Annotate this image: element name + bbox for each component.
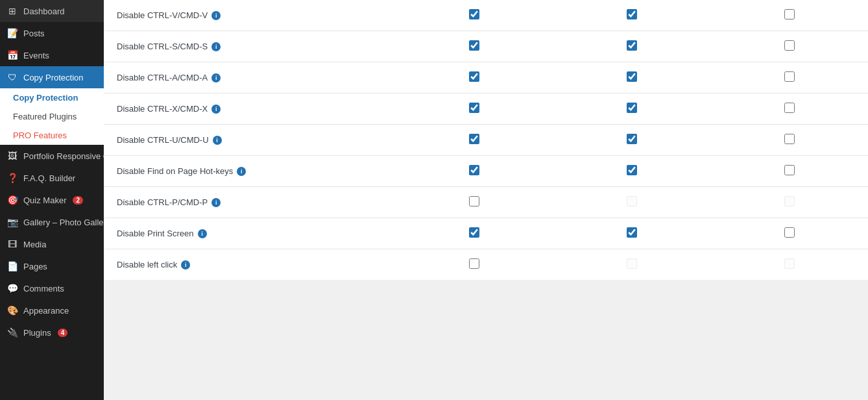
sidebar-item-label-comments: Comments: [23, 284, 64, 294]
col3-checkbox[interactable]: [784, 227, 795, 238]
info-icon[interactable]: i: [211, 198, 221, 207]
info-icon[interactable]: i: [198, 229, 207, 238]
info-icon[interactable]: i: [211, 42, 221, 51]
col2-cell: [553, 31, 710, 62]
col1-checkbox[interactable]: [469, 258, 479, 269]
col3-checkbox[interactable]: [784, 103, 795, 113]
col2-checkbox[interactable]: [627, 40, 637, 51]
col2-checkbox[interactable]: [627, 9, 637, 19]
setting-label: Disable CTRL-P/CMD-P: [117, 197, 208, 207]
pages-icon: 📄: [6, 260, 18, 272]
col1-cell: [395, 156, 553, 187]
row-label-cell: Disable CTRL-P/CMD-Pi: [104, 187, 395, 218]
posts-icon: 📝: [6, 27, 18, 39]
sidebar-item-dashboard[interactable]: ⊞Dashboard: [0, 0, 104, 22]
sidebar-item-appearance[interactable]: 🎨Appearance: [0, 299, 104, 321]
main-content: Disable CTRL-V/CMD-ViDisable CTRL-S/CMD-…: [104, 0, 868, 400]
setting-label: Disable CTRL-X/CMD-X: [117, 104, 208, 114]
sidebar-item-label-dashboard: Dashboard: [23, 6, 65, 16]
col3-checkbox[interactable]: [784, 9, 795, 19]
sidebar-item-faq[interactable]: ❓F.A.Q. Builder: [0, 167, 104, 189]
col2-cell: [553, 0, 710, 31]
table-row: Disable CTRL-X/CMD-Xi: [104, 94, 868, 125]
col3-checkbox[interactable]: [784, 40, 795, 51]
row-label: Disable Find on Page Hot-keysi: [117, 166, 382, 176]
sidebar-item-label-pages: Pages: [23, 262, 47, 271]
info-icon[interactable]: i: [237, 167, 246, 176]
col1-checkbox[interactable]: [469, 165, 479, 175]
badge-quiz: 2: [73, 196, 83, 205]
row-label-cell: Disable CTRL-S/CMD-Si: [104, 31, 395, 62]
col1-checkbox[interactable]: [469, 134, 479, 144]
media-icon: 🎞: [6, 238, 18, 250]
row-label-cell: Disable left clicki: [104, 249, 395, 281]
info-icon[interactable]: i: [211, 11, 221, 20]
row-label: Disable CTRL-S/CMD-Si: [117, 42, 382, 51]
col1-cell: [395, 62, 553, 94]
info-icon[interactable]: i: [213, 136, 222, 145]
col3-cell: [710, 0, 868, 31]
col3-checkbox[interactable]: [784, 258, 795, 269]
col2-cell: [553, 94, 710, 125]
row-label-cell: Disable CTRL-U/CMD-Ui: [104, 125, 395, 156]
settings-panel: Disable CTRL-V/CMD-ViDisable CTRL-S/CMD-…: [104, 0, 868, 280]
plugins-icon: 🔌: [6, 327, 18, 338]
col3-checkbox[interactable]: [784, 134, 795, 144]
sidebar-item-events[interactable]: 📅Events: [0, 44, 104, 66]
row-label: Disable CTRL-P/CMD-Pi: [117, 197, 382, 207]
col1-checkbox[interactable]: [469, 227, 479, 238]
col1-cell: [395, 187, 553, 218]
row-label: Disable CTRL-U/CMD-Ui: [117, 135, 382, 145]
col2-checkbox[interactable]: [627, 71, 637, 82]
col2-checkbox[interactable]: [627, 258, 637, 269]
appearance-icon: 🎨: [6, 305, 18, 316]
table-row: Disable left clicki: [104, 249, 868, 281]
setting-label: Disable CTRL-V/CMD-V: [117, 10, 208, 20]
quiz-icon: 🎯: [6, 194, 18, 206]
sidebar-item-label-posts: Posts: [23, 29, 45, 38]
sidebar-item-portfolio[interactable]: 🖼Portfolio Responsive Gallery: [0, 145, 104, 167]
info-icon[interactable]: i: [211, 105, 221, 114]
col2-checkbox[interactable]: [627, 227, 637, 238]
table-row: Disable Find on Page Hot-keysi: [104, 156, 868, 187]
badge-plugins: 4: [58, 329, 68, 337]
gallery-icon: 📷: [6, 216, 18, 228]
col2-checkbox[interactable]: [627, 165, 637, 175]
info-icon[interactable]: i: [181, 260, 190, 269]
sidebar-item-posts[interactable]: 📝Posts: [0, 22, 104, 44]
col3-checkbox[interactable]: [784, 165, 795, 175]
col2-checkbox[interactable]: [627, 103, 637, 113]
sidebar-item-gallery[interactable]: 📷Gallery – Photo Gallery: [0, 211, 104, 233]
setting-label: Disable Find on Page Hot-keys: [117, 166, 233, 176]
col3-cell: [710, 249, 868, 281]
col2-checkbox[interactable]: [627, 134, 637, 144]
setting-label: Disable CTRL-A/CMD-A: [117, 73, 208, 82]
sidebar-item-label-appearance: Appearance: [23, 306, 69, 316]
col1-checkbox[interactable]: [469, 40, 479, 51]
comments-icon: 💬: [6, 282, 18, 294]
col3-cell: [710, 156, 868, 187]
submenu-item-copy-protection-main[interactable]: Copy Protection: [0, 88, 104, 107]
sidebar-item-media[interactable]: 🎞Media: [0, 233, 104, 255]
col1-checkbox[interactable]: [469, 71, 479, 82]
copy-protection-icon: 🛡: [6, 71, 18, 83]
row-label-cell: Disable Print Screeni: [104, 218, 395, 249]
submenu-item-featured-plugins[interactable]: Featured Plugins: [0, 107, 104, 126]
sidebar-item-quiz[interactable]: 🎯Quiz Maker2: [0, 189, 104, 211]
table-row: Disable CTRL-S/CMD-Si: [104, 31, 868, 62]
sidebar-item-plugins[interactable]: 🔌Plugins4: [0, 321, 104, 344]
col1-checkbox[interactable]: [469, 196, 479, 206]
sidebar-item-label-media: Media: [23, 240, 46, 249]
info-icon[interactable]: i: [211, 73, 221, 82]
sidebar-item-pages[interactable]: 📄Pages: [0, 255, 104, 277]
col1-checkbox[interactable]: [469, 103, 479, 113]
col1-checkbox[interactable]: [469, 9, 479, 19]
submenu-item-pro-features[interactable]: PRO Features: [0, 126, 104, 145]
sidebar-item-copy-protection[interactable]: 🛡Copy Protection: [0, 66, 104, 88]
col3-checkbox[interactable]: [784, 196, 795, 206]
col2-checkbox[interactable]: [627, 196, 637, 206]
col3-checkbox[interactable]: [784, 71, 795, 82]
faq-icon: ❓: [6, 172, 18, 184]
sidebar-item-comments[interactable]: 💬Comments: [0, 277, 104, 299]
table-row: Disable CTRL-P/CMD-Pi: [104, 187, 868, 218]
